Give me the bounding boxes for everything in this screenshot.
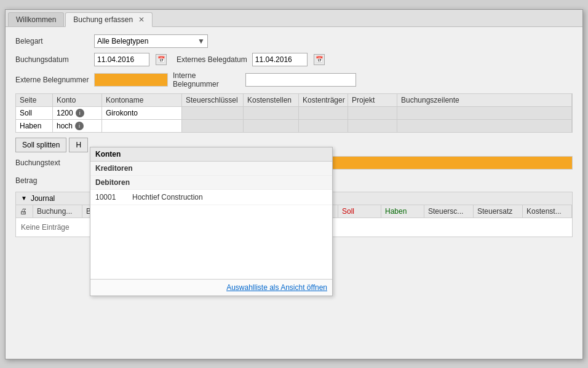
cell-kontoname-soll: Girokonto	[102, 107, 182, 119]
konten-dropdown: Konten Kreditoren Debitoren 10001 Hochti…	[90, 147, 333, 296]
interne-nr-input[interactable]	[245, 73, 356, 87]
belegart-label: Belegart	[15, 37, 89, 45]
journal-col-buchung: Buchung...	[33, 205, 82, 217]
cell-projekt-haben[interactable]	[348, 120, 397, 132]
cell-traeger-haben[interactable]	[299, 120, 348, 132]
belegart-select[interactable]: Alle Belegtypen ▼	[94, 34, 208, 48]
cell-steuer-soll[interactable]	[182, 107, 244, 119]
col-header-steuer: Steuerschlüssel	[182, 94, 244, 106]
booking-table: Seite Konto Kontoname Steuerschlüssel Ko…	[15, 93, 573, 133]
buchungsdatum-label: Buchungsdatum	[15, 55, 89, 64]
dropdown-section-kreditoren: Kreditoren	[90, 162, 332, 176]
cell-seite-soll: Soll	[16, 107, 53, 119]
col-header-buchung: Buchungszeilente	[397, 94, 572, 106]
col-header-kostentraeger: Kostenträger	[299, 94, 348, 106]
cell-kosten-haben[interactable]	[244, 120, 299, 132]
buchungsdatum-row: Buchungsdatum 11.04.2016 📅 Externes Bele…	[15, 53, 573, 66]
betrag-label: Betrag	[15, 176, 89, 185]
cell-konto-haben[interactable]: hoch i	[53, 120, 102, 132]
auswahlliste-link[interactable]: Auswahlliste als Ansicht öffnen	[226, 283, 327, 292]
haben-button[interactable]: H	[69, 138, 88, 152]
journal-col-steuersatz: Steuersatz	[474, 205, 523, 217]
dropdown-item-name: Hochtief Construction	[132, 193, 203, 202]
cell-buchung-haben[interactable]	[397, 120, 572, 132]
col-header-konto: Konto	[53, 94, 102, 106]
col-header-projekt: Projekt	[348, 94, 397, 106]
journal-collapse-icon: ▼	[21, 195, 27, 202]
dropdown-empty-space	[90, 205, 332, 279]
table-row-haben: Haben hoch i	[15, 119, 573, 133]
col-header-kostenstellen: Kostenstellen	[244, 94, 299, 106]
dropdown-item-hochtief[interactable]: 10001 Hochtief Construction	[90, 190, 332, 205]
tab-buchung-erfassen[interactable]: Buchung erfassen ✕	[65, 12, 153, 27]
journal-col-printer: 🖨	[16, 205, 33, 217]
belegnummer-row: Externe Belegnummer Interne Belegnummer	[15, 71, 573, 88]
konto-soll-info-icon[interactable]: i	[76, 109, 84, 117]
buchungstext-label: Buchungstext	[15, 159, 89, 167]
col-header-seite: Seite	[16, 94, 53, 106]
main-window: Willkommen Buchung erfassen ✕ Belegart A…	[5, 9, 583, 359]
belegart-dropdown-arrow: ▼	[197, 37, 205, 45]
journal-label: Journal	[31, 194, 55, 203]
buchungsdatum-input[interactable]: 11.04.2016	[94, 53, 149, 66]
cell-konto-soll[interactable]: 1200 i	[53, 107, 102, 119]
externes-datum-label: Externes Belegdatum	[177, 55, 247, 64]
dropdown-item-num: 10001	[95, 193, 132, 202]
cell-kontoname-haben	[102, 120, 182, 132]
dropdown-section-debitoren: Debitoren	[90, 176, 332, 190]
cell-steuer-haben[interactable]	[182, 120, 244, 132]
journal-col-soll: Soll	[338, 205, 381, 217]
dropdown-title: Konten	[90, 147, 332, 162]
table-row-soll: Soll 1200 i Girokonto	[15, 106, 573, 119]
buchungsdatum-calendar-icon[interactable]: 📅	[156, 54, 167, 65]
cell-buchung-soll[interactable]	[397, 107, 572, 119]
journal-col-kostenst: Kostenst...	[523, 205, 572, 217]
journal-col-haben: Haben	[381, 205, 424, 217]
cell-kosten-soll[interactable]	[244, 107, 299, 119]
col-header-kontoname: Kontoname	[102, 94, 182, 106]
externes-datum-input[interactable]: 11.04.2016	[252, 53, 308, 66]
main-content: Belegart Alle Belegtypen ▼ Buchungsdatum…	[6, 27, 582, 359]
belegart-row: Belegart Alle Belegtypen ▼	[15, 34, 573, 48]
tab-close-icon[interactable]: ✕	[138, 15, 145, 24]
tab-bar: Willkommen Buchung erfassen ✕	[6, 10, 582, 27]
konto-haben-info-icon[interactable]: i	[75, 122, 84, 130]
cell-projekt-soll[interactable]	[348, 107, 397, 119]
cell-traeger-soll[interactable]	[299, 107, 348, 119]
soll-splitten-button[interactable]: Soll splitten	[15, 138, 66, 152]
cell-seite-haben: Haben	[16, 120, 53, 132]
externe-nr-label: Externe Belegnummer	[15, 76, 89, 84]
tab-willkommen[interactable]: Willkommen	[8, 12, 64, 26]
table-header-row: Seite Konto Kontoname Steuerschlüssel Ko…	[15, 93, 573, 106]
externe-nr-input[interactable]	[94, 73, 168, 87]
journal-col-steuerssc: Steuersc...	[424, 205, 474, 217]
interne-nr-label: Interne Belegnummer	[173, 71, 240, 88]
externes-datum-calendar-icon[interactable]: 📅	[314, 54, 325, 65]
dropdown-footer: Auswahlliste als Ansicht öffnen	[90, 279, 332, 296]
